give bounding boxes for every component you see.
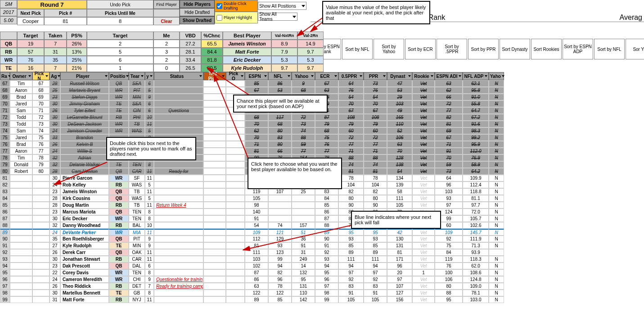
sort-button-5[interactable]: Sort by PPR [468,39,499,59]
col-header-y[interactable]: y [145,72,154,80]
sort-button-6[interactable]: Sort Dynasty [500,39,530,59]
table-row[interactable]: 8323Jameis WinstonQBTB111191072583828258… [0,188,504,195]
table-cell[interactable]: 71 [32,107,50,114]
show-drafted-button[interactable]: Show Drafted [180,16,215,24]
filter-arrow-icon[interactable] [311,75,314,77]
table-row[interactable]: 9726Theo RiddickRBDET7Ready for training… [0,283,504,290]
table-cell[interactable] [32,249,50,256]
col-header-status[interactable]: Status [154,72,203,80]
filter-arrow-icon[interactable] [150,75,153,77]
table-row[interactable]: 9035Ben RoethlisbergerQBPIT9112129369093… [0,236,504,242]
filter-arrow-icon[interactable] [45,75,48,77]
col-header-ppr[interactable]: PPR [364,72,387,80]
dbl-click-checkbox[interactable] [216,3,222,9]
table-cell[interactable] [32,188,50,195]
table-cell[interactable] [32,209,50,215]
col-header-trgt pick[interactable]: Trgt Pick [203,72,226,80]
table-cell[interactable] [32,276,50,283]
table-cell[interactable] [32,222,50,229]
col-header-yaho[interactable]: Yaho [489,72,504,80]
table-cell[interactable] [32,263,50,269]
highlight-toggle[interactable]: Player Highlight [215,12,258,23]
filter-arrow-icon[interactable] [141,75,144,77]
table-cell[interactable] [32,229,50,236]
table-cell[interactable]: 67 [32,80,50,87]
table-cell[interactable] [32,181,50,188]
sort-button-8[interactable]: Sort by ESPN ADP [563,39,593,59]
table-cell[interactable]: 75 [32,134,50,141]
table-row[interactable]: 9330Jonathan StewartRBCAR111039924993111… [0,256,504,263]
undo-pick-button[interactable]: Undo Pick [87,0,153,9]
filter-arrow-icon[interactable] [28,75,31,77]
table-row[interactable]: 77Aaron7724Willie S581667777717170Vet911… [0,148,504,154]
table-cell[interactable]: 74 [32,127,50,134]
filter-arrow-icon[interactable] [431,75,433,77]
table-cell[interactable] [32,290,50,296]
table-cell[interactable] [32,256,50,263]
table-row[interactable]: 68Aaron6825Martavis BryantWRPIT567536863… [0,87,504,94]
show-teams-select[interactable]: Show All Teams [258,13,297,21]
col-header-nfl adp[interactable]: NFL ADP [463,72,489,80]
table-cell[interactable] [32,202,50,209]
filter-arrow-icon[interactable] [383,75,386,77]
table-row[interactable]: 9624Cameron MeredithWRCHI9Questionable f… [0,276,504,283]
col-header-pick n[interactable]: Pick N [32,72,50,80]
table-cell[interactable]: 76 [32,141,50,148]
filter-arrow-icon[interactable] [199,75,202,77]
col-header-ag[interactable]: Ag [50,72,60,80]
col-header-yahoo[interactable]: Yahoo [292,72,315,80]
col-header-pick o[interactable]: Pick O [226,72,245,80]
col-header-0.5ppr[interactable]: 0.5PPR [338,72,364,80]
filter-arrow-icon[interactable] [241,75,243,77]
table-cell[interactable]: 78 [32,154,50,161]
filter-arrow-icon[interactable] [105,75,108,77]
hide-drafted-button[interactable]: Hide Drafted [180,8,215,16]
table-cell[interactable]: 80 [32,168,50,175]
filter-arrow-icon[interactable] [334,75,337,77]
clear-button[interactable]: Clear [153,17,180,25]
table-cell[interactable]: 70 [32,100,50,107]
table-row[interactable]: 75Jared7533Brandon8708388757272106Vet679… [0,134,504,141]
table-cell[interactable] [32,283,50,290]
sort-button-7[interactable]: Sort Rookies [531,39,562,59]
table-cell[interactable] [32,195,50,202]
table-cell[interactable] [32,175,50,181]
table-cell[interactable]: 73 [32,121,50,127]
sort-button-9[interactable]: Sort by NFL [594,39,625,59]
find-player-button[interactable]: Find Player [153,0,180,9]
table-cell[interactable]: 69 [32,94,50,100]
filter-arrow-icon[interactable] [222,75,225,77]
sort-button-10[interactable]: Sor Yah [626,39,644,59]
table-cell[interactable] [32,215,50,222]
table-row[interactable]: 8924DeVante ParkerWRMIA11109121518995954… [0,229,504,236]
filter-arrow-icon[interactable] [360,75,362,77]
table-cell[interactable] [32,269,50,276]
col-header-espn adi[interactable]: ESPN ADI [435,72,463,80]
table-row[interactable]: 72Todd7230LeGarrette BlountRBPHI10681177… [0,114,504,121]
table-cell[interactable]: 79 [32,161,50,168]
sort-button-1[interactable]: Sort by NFL [342,39,373,59]
table-row[interactable]: 9931Matt ForteRBNYJ11898514299105105156V… [0,296,504,303]
table-row[interactable]: 8428Kirk CousinsQBWAS5105848080111Vet938… [0,195,504,202]
hide-players-button[interactable]: Hide Players [180,0,215,8]
table-cell[interactable]: 68 [32,87,50,94]
table-cell[interactable]: 77 [32,148,50,154]
col-header-tear[interactable]: Tear [129,72,145,80]
col-header-rookie[interactable]: Rookie [412,72,435,80]
table-row[interactable]: 73Todd7330DeSean JacksonWRTB117068737979… [0,121,504,127]
filter-arrow-icon[interactable] [408,75,411,77]
table-row[interactable]: 9127Kyle RudolphTEMIN9819391918585131Vet… [0,242,504,249]
filter-arrow-icon[interactable] [288,75,290,77]
table-row[interactable]: 9423Dak PrescottQBDAL6102941494949496Vet… [0,263,504,269]
col-header-dynast[interactable]: Dynast [387,72,412,80]
table-cell[interactable] [32,296,50,303]
table-row[interactable]: 67Tim6728Russell WilsonQBSEA685869676473… [0,80,504,87]
table-row[interactable]: 74Sam7424Jamison CrowderWRWAS56280746860… [0,127,504,134]
col-header-owner[interactable]: Owner [10,72,32,80]
show-positions-select[interactable]: Show All Positions [258,2,306,10]
table-row[interactable]: 9830Martellus BennettTEGB812212211098919… [0,290,504,296]
col-header-ecr[interactable]: ECR [315,72,338,80]
table-cell[interactable] [32,236,50,242]
filter-arrow-icon[interactable] [459,75,461,77]
dbl-click-toggle[interactable]: Double Click Drafting [215,0,258,12]
